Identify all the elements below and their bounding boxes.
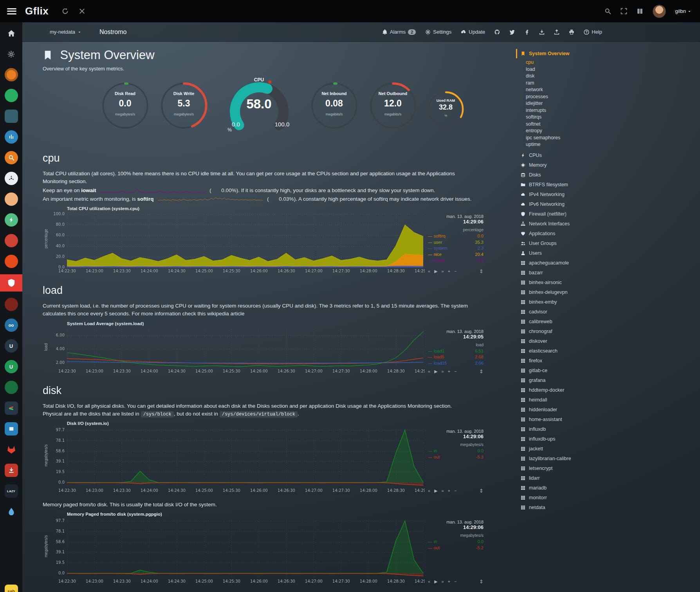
- update-button[interactable]: Update: [461, 29, 485, 35]
- sidebar-app-app-dark-u[interactable]: U: [0, 338, 22, 354]
- import-button[interactable]: [539, 29, 545, 35]
- help-button[interactable]: Help: [584, 29, 602, 35]
- menu-container-bazarr[interactable]: bazarr: [520, 268, 630, 278]
- menu-item-softirqs[interactable]: softirqs: [526, 114, 630, 121]
- chart-resize-handle[interactable]: ⇕: [479, 268, 484, 274]
- legend-row-load15[interactable]: —load152.06: [428, 360, 484, 367]
- menu-item-uptime[interactable]: uptime: [526, 141, 630, 148]
- menu-container-monitorr[interactable]: monitorr: [520, 493, 630, 503]
- menu-container-lazylibrarian-calibre[interactable]: lazylibrarian-calibre: [520, 454, 630, 464]
- chart-skip-forward-button[interactable]: »: [442, 369, 444, 374]
- netdata-host-dropdown[interactable]: my-netdata: [50, 29, 81, 35]
- gauge-disk-write[interactable]: Disk Write5.3megabytes/s: [159, 81, 209, 130]
- sidebar-app-sabnzbd[interactable]: sab: [0, 583, 22, 592]
- menu-container-hddtemp-docker[interactable]: hddtemp-docker: [520, 385, 630, 395]
- sidebar-app-app-blue-window[interactable]: [0, 421, 22, 437]
- menu-item-network[interactable]: network: [526, 86, 630, 94]
- chart-skip-back-button[interactable]: «: [428, 369, 430, 374]
- sidebar-app-app-blue-oo[interactable]: oo: [0, 317, 22, 333]
- chart-skip-forward-button[interactable]: »: [442, 269, 444, 274]
- sidebar-app-app-white-disc[interactable]: [0, 171, 22, 186]
- menu-container-binhex-delugevpn[interactable]: binhex-delugevpn: [520, 288, 630, 297]
- chart-zoom-out-button[interactable]: −: [454, 579, 456, 584]
- menu-item-disk[interactable]: disk: [526, 73, 630, 80]
- chart-resize-handle[interactable]: ⇕: [479, 488, 484, 494]
- menu-item-cpu[interactable]: cpu: [526, 59, 630, 66]
- menu-section-memory[interactable]: Memory: [520, 160, 630, 170]
- menu-container-apacheguacamole[interactable]: apacheguacamole: [520, 258, 630, 268]
- search-icon[interactable]: [604, 8, 611, 14]
- chart-play-button[interactable]: ▶: [434, 488, 437, 493]
- menu-section-disks[interactable]: Disks: [520, 170, 630, 180]
- sidebar-app-app-dark-green[interactable]: [0, 380, 22, 395]
- chart-zoom-in-button[interactable]: +: [448, 579, 450, 584]
- menu-item-interrupts[interactable]: interrupts: [526, 107, 630, 114]
- sidebar-app-app-amber[interactable]: [0, 191, 22, 207]
- grid-icon[interactable]: [637, 8, 643, 14]
- legend-row-in[interactable]: —in0.0: [428, 539, 484, 545]
- chart-skip-back-button[interactable]: «: [428, 269, 430, 274]
- menu-section-btrfs-filesystem[interactable]: BTRFS filesystem: [520, 180, 630, 190]
- legend-row-out[interactable]: —out-5.3: [428, 454, 484, 461]
- menu-item-processes[interactable]: processes: [526, 94, 630, 101]
- alarms-button[interactable]: Alarms 2: [382, 29, 416, 35]
- menu-section-ipv4-networking[interactable]: IPv4 Networking: [520, 190, 630, 200]
- chart-skip-back-button[interactable]: «: [428, 579, 430, 584]
- settings-button[interactable]: Settings: [425, 29, 451, 35]
- sidebar-app-app-green-circle[interactable]: [0, 88, 22, 103]
- menu-section-users[interactable]: Users: [520, 248, 630, 258]
- menu-section-ipv6-networking[interactable]: IPv6 Networking: [520, 200, 630, 209]
- gauge-disk-read[interactable]: Disk Read0.0megabytes/s: [101, 81, 150, 130]
- github-button[interactable]: [494, 29, 500, 35]
- chart-canvas[interactable]: [49, 426, 425, 494]
- gauge-net-outbound[interactable]: Net Outbound12.0megabits/s: [368, 81, 418, 130]
- sidebar-app-netdata[interactable]: [0, 274, 22, 292]
- menu-container-gitlab-ce[interactable]: gitlab-ce: [520, 366, 630, 376]
- legend-row-system[interactable]: —system2.3: [428, 245, 484, 252]
- legend-row-user[interactable]: —user35.3: [428, 239, 484, 246]
- sidebar-app-home[interactable]: [0, 25, 22, 41]
- legend-row-iowait[interactable]: —iowait0.0: [428, 257, 484, 264]
- menu-section-firewall-netfilter-[interactable]: Firewall (netfilter): [520, 209, 630, 219]
- chart-canvas[interactable]: [49, 517, 425, 585]
- menu-container-lidarr[interactable]: lidarr: [520, 473, 630, 483]
- sidebar-app-settings[interactable]: [0, 46, 22, 62]
- menu-button[interactable]: [7, 8, 16, 14]
- sidebar-app-app-blue-bars[interactable]: [0, 129, 22, 145]
- menu-container-elasticsearch[interactable]: elasticsearch: [520, 346, 630, 356]
- facebook-button[interactable]: [524, 29, 530, 35]
- gauge-cpu[interactable]: CPU58.00.0100.0%: [218, 76, 300, 134]
- menu-item-entropy[interactable]: entropy: [526, 128, 630, 135]
- chart-canvas[interactable]: [49, 327, 425, 374]
- sidebar-app-app-pills[interactable]: [0, 400, 22, 416]
- legend-row-load1[interactable]: —load16.51: [428, 348, 484, 354]
- menu-item-ipc-semaphores[interactable]: ipc semaphores: [526, 135, 630, 142]
- menu-container-diskover[interactable]: diskover: [520, 336, 630, 346]
- menu-container-home-assistant[interactable]: home-assistant: [520, 415, 630, 425]
- menu-item-ram[interactable]: ram: [526, 80, 630, 87]
- legend-row-nice[interactable]: —nice20.4: [428, 252, 484, 258]
- menu-container-jackett[interactable]: jackett: [520, 444, 630, 454]
- menu-container-netdata[interactable]: netdata: [520, 503, 630, 513]
- chart-play-button[interactable]: ▶: [434, 369, 437, 374]
- chart-canvas[interactable]: [49, 212, 425, 274]
- sidebar-app-gitlab[interactable]: [0, 442, 22, 457]
- menu-container-heimdall[interactable]: heimdall: [520, 395, 630, 405]
- sidebar-app-app-droplet[interactable]: [0, 504, 22, 520]
- user-menu[interactable]: gilbn: [675, 8, 691, 14]
- chart-zoom-out-button[interactable]: −: [454, 369, 456, 374]
- refresh-icon[interactable]: [62, 8, 69, 14]
- sidebar-app-lazylibrarian[interactable]: LAZY: [0, 483, 22, 499]
- menu-section-cpus[interactable]: CPUs: [520, 151, 630, 160]
- sidebar-app-app-orange-ring[interactable]: [0, 67, 22, 83]
- chart-skip-back-button[interactable]: «: [428, 488, 430, 493]
- sidebar-app-app-search-orange[interactable]: [0, 150, 22, 166]
- legend-row-load5[interactable]: —load52.68: [428, 354, 484, 360]
- menu-container-hiddenloader[interactable]: hiddenloader: [520, 405, 630, 415]
- sidebar-app-app-maroon[interactable]: [0, 297, 22, 312]
- chart-zoom-in-button[interactable]: +: [448, 488, 450, 493]
- menu-container-influxdb-ups[interactable]: influxdb-ups: [520, 434, 630, 444]
- chart-play-button[interactable]: ▶: [434, 269, 437, 274]
- chart-play-button[interactable]: ▶: [434, 579, 437, 584]
- sidebar-app-app-green-u[interactable]: U: [0, 359, 22, 374]
